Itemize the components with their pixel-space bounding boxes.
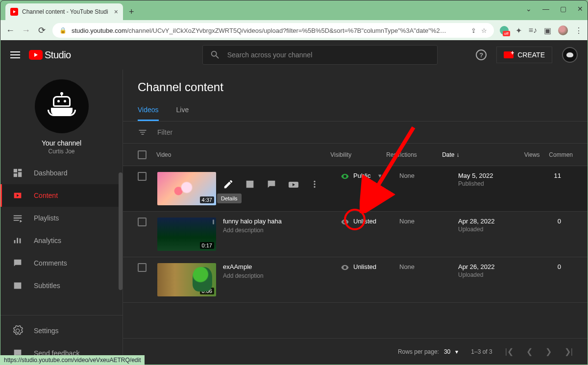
sidebar-item-analytics[interactable]: Analytics	[0, 229, 122, 252]
nav-label: Settings	[34, 327, 59, 335]
chevron-down-icon[interactable]: ⌄	[526, 5, 532, 13]
video-description[interactable]: Add description	[223, 227, 282, 234]
col-video[interactable]: Video	[156, 151, 330, 158]
extension-icon[interactable]: off	[500, 26, 509, 35]
reading-list-icon[interactable]: ≡♪	[529, 26, 537, 35]
minimize-icon[interactable]: —	[542, 5, 549, 13]
youtube-studio-app: Studio Search across your channel ? CREA…	[0, 40, 588, 365]
scrollbar-thumb[interactable]	[119, 172, 122, 290]
dropdown-caret-icon[interactable]: ▾	[378, 172, 382, 179]
create-video-icon	[504, 51, 514, 58]
table-row[interactable]: 0:17 funny halo play haha Add descriptio…	[123, 212, 588, 257]
youtube-icon[interactable]	[288, 179, 298, 190]
sidebar-item-comments[interactable]: Comments	[0, 252, 122, 274]
close-window-icon[interactable]: ✕	[577, 5, 583, 13]
channel-name: Curtis Joe	[0, 148, 122, 155]
table-header: Video Visibility Restrictions Date↓ View…	[123, 144, 588, 166]
address-bar: ← → ⟳ 🔒 studio.youtube.com/channel/UCvY_…	[0, 20, 588, 41]
chrome-menu-icon[interactable]: ⋮	[575, 26, 583, 35]
rows-per-page-label: Rows per page:	[398, 348, 439, 355]
prev-page-icon[interactable]: ❮	[526, 347, 533, 356]
nav-list: Dashboard Content Playlists Analytics Co…	[0, 162, 122, 297]
tab-videos[interactable]: Videos	[138, 100, 159, 121]
page-range: 1–3 of 3	[471, 348, 492, 355]
col-views[interactable]: Views	[507, 151, 539, 158]
puzzle-extensions-icon[interactable]: ✦	[515, 26, 522, 35]
filter-placeholder: Filter	[157, 128, 172, 136]
edit-details-icon[interactable]: Details	[223, 179, 234, 190]
more-options-icon[interactable]	[309, 179, 320, 190]
last-page-icon[interactable]: ❯|	[564, 347, 573, 356]
new-tab-button[interactable]: +	[123, 4, 140, 20]
restrictions-value: None	[399, 218, 458, 251]
col-visibility[interactable]: Visibility	[330, 151, 386, 158]
studio-logo[interactable]: Studio	[29, 49, 71, 61]
comments-icon	[12, 258, 23, 268]
row-checkbox[interactable]	[138, 172, 147, 181]
browser-tab[interactable]: Channel content - YouTube Studi ×	[5, 3, 123, 20]
gear-icon	[12, 325, 23, 336]
views-value: 0	[527, 218, 561, 251]
video-duration: 0:17	[200, 242, 214, 249]
nav-label: Content	[34, 192, 58, 199]
sidebar-item-content[interactable]: Content	[0, 184, 122, 207]
app-header: Studio Search across your channel ? CREA…	[0, 40, 588, 70]
bookmark-icon[interactable]: ☆	[481, 27, 487, 34]
video-description[interactable]: Add description	[223, 272, 264, 279]
video-thumbnail[interactable]: 4:37	[157, 172, 216, 205]
visibility-label: Unlisted	[353, 263, 376, 270]
next-page-icon[interactable]: ❯	[545, 347, 552, 356]
date-value: May 5, 2022	[458, 172, 527, 179]
row-checkbox[interactable]	[138, 263, 147, 272]
tab-close-icon[interactable]: ×	[114, 8, 118, 16]
select-all-checkbox[interactable]	[138, 150, 147, 159]
sidebar-item-playlists[interactable]: Playlists	[0, 207, 122, 229]
maximize-icon[interactable]: ▢	[560, 5, 566, 13]
restrictions-value: None	[399, 263, 458, 296]
help-icon[interactable]: ?	[476, 49, 487, 60]
table-footer: Rows per page: 30 ▾ 1–3 of 3 |❮ ❮ ❯ ❯|	[123, 338, 588, 365]
profile-avatar[interactable]	[558, 25, 568, 35]
account-avatar[interactable]	[562, 47, 578, 63]
forward-button: →	[21, 25, 31, 36]
search-input[interactable]: Search across your channel	[202, 45, 438, 65]
analytics-icon[interactable]	[245, 179, 255, 190]
url-text: studio.youtube.com/channel/UCvY_iICkXoZY…	[72, 27, 466, 34]
sidebar-item-settings[interactable]: Settings	[0, 319, 122, 342]
channel-title: Your channel	[0, 139, 122, 147]
share-icon[interactable]: ⇪	[471, 27, 476, 34]
views-value: 0	[527, 263, 561, 296]
views-value: 11	[527, 172, 561, 205]
youtube-play-icon	[29, 50, 43, 60]
video-thumbnail[interactable]: 0:06	[157, 263, 216, 296]
tab-live[interactable]: Live	[176, 100, 189, 121]
col-comments[interactable]: Commen	[540, 151, 573, 158]
tab-title: Channel content - YouTube Studi	[22, 8, 108, 15]
sidebar-item-dashboard[interactable]: Dashboard	[0, 162, 122, 184]
rows-per-page-select[interactable]: 30 ▾	[444, 348, 458, 355]
url-input[interactable]: 🔒 studio.youtube.com/channel/UCvY_iICkXo…	[52, 23, 494, 38]
svg-point-2	[314, 186, 315, 188]
visibility-label[interactable]: Public	[353, 172, 370, 179]
sidebar-item-subtitles[interactable]: Subtitles	[0, 274, 122, 297]
table-row[interactable]: 0:06 exAAmple Add description Unlisted N…	[123, 257, 588, 303]
col-restrictions[interactable]: Restrictions	[386, 151, 442, 158]
first-page-icon[interactable]: |❮	[505, 347, 514, 356]
table-row[interactable]: 4:37 Details	[123, 166, 588, 212]
back-button[interactable]: ←	[5, 25, 15, 36]
svg-point-0	[314, 181, 315, 182]
row-checkbox[interactable]	[138, 218, 147, 226]
window-controls: ⌄ — ▢ ✕	[526, 5, 583, 13]
side-panel-icon[interactable]: ▣	[544, 26, 551, 35]
comments-icon[interactable]	[266, 179, 277, 190]
content-tabs: Videos Live	[123, 100, 588, 122]
reload-button[interactable]: ⟳	[37, 25, 47, 36]
lock-icon[interactable]: 🔒	[59, 27, 67, 34]
hamburger-menu-icon[interactable]	[10, 49, 20, 60]
create-button[interactable]: CREATE	[496, 47, 552, 63]
filter-bar[interactable]: Filter	[123, 122, 588, 144]
channel-avatar[interactable]	[35, 79, 89, 133]
video-thumbnail[interactable]: 0:17	[157, 218, 216, 251]
date-status: Uploaded	[458, 226, 527, 233]
col-date[interactable]: Date↓	[442, 151, 507, 158]
